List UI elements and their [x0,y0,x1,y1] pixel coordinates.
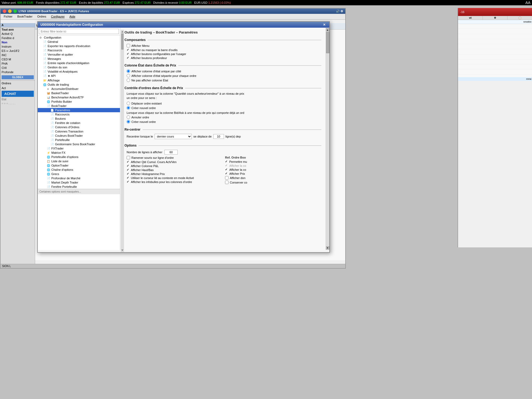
tree-item-profondeur-marche[interactable]: 📄 Profondeur de Marché [38,176,120,180]
tree-item-baskettrader[interactable]: 🧺 BasketTrader [38,91,120,95]
nombre-lignes-input[interactable] [164,150,178,155]
tree-item-raccourcis[interactable]: 📄 Raccourcis [38,112,120,117]
afficher-boutons-profondeur: ✓ Afficher boutons profondeur [124,56,321,60]
scroll-down-arrow[interactable] [121,250,123,250]
tree-item-verrouiller[interactable]: 📄 Verrouiller et quitter [38,52,120,57]
radio-etat-unique-input[interactable] [127,69,130,73]
non[interactable]: Non [1,40,35,44]
recentrer-value-input[interactable] [213,134,224,139]
radio-annuler-ordre: Annuler ordre [124,115,321,119]
tree-label: Boutons [55,117,66,120]
radio-annuler-input[interactable] [127,115,130,119]
page-icon: 📄 [47,147,51,150]
tree-item-fenetre-portefeuille[interactable]: 📄 Fenêtre Portefeuille [38,185,120,189]
tree-item-benchmarker[interactable]: 📊 Benchmarker Action/ETF [38,95,120,99]
utiliser-curseur: ✓ Utiliser le curseur lié au contexte en… [124,176,223,180]
scroll-up-arrow[interactable] [121,30,123,32]
menu-booktrader[interactable]: BookTrader [15,14,35,19]
tree-item-couleurs[interactable]: 📄 Couleurs BookTrader [38,134,120,138]
tree-item-raccourcis-root[interactable]: 📄 Raccourcis [38,48,120,52]
tree-item-exporter[interactable]: 📄 Exporter les rapports d'exécution [38,44,120,48]
tree-item-boutons[interactable]: 📄 Boutons [38,117,120,121]
close-btn[interactable] [3,9,6,13]
tree-label: Liste de suivi [51,160,68,163]
scroll-down-arrow[interactable]: ▼ [326,246,329,250]
options-masquees[interactable]: Certaines options sont masquées... [38,189,120,194]
trading-window-titlebar: LYNX U0000000 BookTrader - ES ∞ JUN'21 F… [1,9,345,14]
tree-item-chaine-options[interactable]: 🌐 Chaîne d'options [38,168,120,172]
menu-aide[interactable]: Aide [67,14,77,19]
conserver-co-checkbox[interactable] [225,181,228,184]
config-tree[interactable]: ⚙ Configuration 📄 Général 📄 Exporter les… [38,28,120,250]
tree-item-api[interactable]: 📄 ★ API [38,74,120,78]
menu-configurer[interactable]: Configurer [49,14,67,19]
tree-item-outils[interactable]: 🌐 Outils de trading [38,82,120,87]
tree-item-fxtrader[interactable]: 📄 FXTrader [38,146,120,151]
active-q[interactable]: Activé Q [1,32,35,36]
font-size-control[interactable]: AA [525,1,530,5]
tree-item-matrice-fx[interactable]: ⚡ Matrice FX [38,151,120,155]
tree-item-accumuler[interactable]: ★ Accumuler/Distribuer [38,87,120,91]
page-icon: 📄 [43,74,47,77]
tree-label: Gestion du son [48,66,67,69]
afficher-qte-cumul: ✓ Afficher Qté Cumul. Cours Ach/Ven [124,160,223,164]
config-search-area [38,28,120,35]
tree-item-optiontrader[interactable]: 🌐 OptionTrader [38,163,120,168]
tree-item-grecs[interactable]: 🌐 Grecs [38,172,120,176]
tree-label: Matrice FX [51,151,65,154]
scroll-thumb[interactable] [121,34,123,49]
scroll-up-arrow[interactable]: ▲ [326,28,329,31]
menu-ordres[interactable]: Ordres [35,14,48,19]
tree-label: Portefeuille d'options [51,155,78,159]
tree-item-market-depth[interactable]: 📄 Market Depth Trader [38,180,120,185]
fonds-disponibles: Fonds disponibles 272.47 EUR [36,1,76,4]
radio-deplacer-input[interactable] [127,102,130,105]
tree-item-colonnes-ordres[interactable]: 📄 Colonnes d'Ordres [38,125,120,129]
menu-fichier[interactable]: Fichier [2,14,15,19]
config-title-controls[interactable]: ✕ [322,23,327,27]
tree-item-affichage[interactable]: 📁 Affichage [38,78,120,82]
vertical-scrollbar[interactable] [121,30,124,250]
radio-pas-etat-input[interactable] [127,78,130,82]
achat-button[interactable]: ACHAT [2,91,34,97]
afficher-menu-checkbox[interactable] [127,44,130,47]
radio-etat-separee-input[interactable] [127,74,130,77]
config-right-scrollbar[interactable]: ▲ ▼ [326,28,329,250]
recentrer-select[interactable]: dernier cours cours moyen cours d'ouvert… [155,134,192,139]
max-btn[interactable] [13,9,17,13]
options-left-col: Ramener souris sur ligne d'ordre ✓ Affic… [124,155,223,185]
tree-item-fenetre-cotation[interactable]: 📄 Fenêtre de cotation [38,121,120,125]
tree-item-liste-suivi[interactable]: 📋 Liste de suivi [38,159,120,163]
scrollbar-thumb[interactable] [326,32,329,53]
page-icon: 📄 [51,126,54,129]
tree-item-portefeuille-options[interactable]: 🌐 Portefeuille d'options [38,155,120,159]
tree-label: Couleurs BookTrader [55,134,83,137]
fenetre-d[interactable]: Fenêtre d [1,36,35,40]
act: Act [1,86,35,90]
min-btn[interactable] [8,9,12,13]
tree-item-portefeuille-bt[interactable]: 📄 Portefeuille [38,138,120,142]
config-title: U0000000 Handelsplatform Configuration [40,23,103,27]
tree-item-messages[interactable]: 📄 Messages [38,57,120,61]
tout-annuler[interactable]: Tout ann [1,27,35,32]
tree-item-booktrader[interactable]: 📄 BookTrader [38,104,120,108]
tree-item-general[interactable]: 📄 Général [38,40,120,44]
tree-item-gestion-son[interactable]: 📄 Gestion du son [38,65,120,69]
tree-item-portfolio-builder[interactable]: 🌐 Portfolio Builder [38,99,120,104]
eur-usd: EUR.USD 1.21563 (-0.03%) [194,1,231,4]
config-close-icon[interactable]: ✕ [322,23,327,27]
afficher-don-checkbox[interactable] [225,176,228,180]
tree-item-colonnes-transaction[interactable]: 📄 Colonnes Transaction [38,129,120,134]
radio-creer-ordre-1-input[interactable] [127,106,130,110]
radio-etat-unique: Afficher colonne d'état unique par côté [124,69,321,73]
radio-creer-ordre-2-input[interactable] [127,120,130,123]
pha: PHA [1,61,35,66]
config-search-input[interactable] [39,29,119,34]
ramener-souris-checkbox[interactable] [127,156,130,159]
tree-item-gestionnaire-sons[interactable]: 📄 Gestionnaire Sons BookTrader [38,142,120,146]
tree-item-entree-rapide[interactable]: 📄 Entrée rapide d'action/obligation [38,61,120,65]
tree-item-configuration[interactable]: ⚙ Configuration [38,35,120,40]
tree-item-volatilite[interactable]: 📄 Volatilité et Analytiques [38,69,120,74]
tree-label: ★ API [48,74,56,78]
tree-item-parametres[interactable]: 📄 Paramètres [38,108,120,112]
